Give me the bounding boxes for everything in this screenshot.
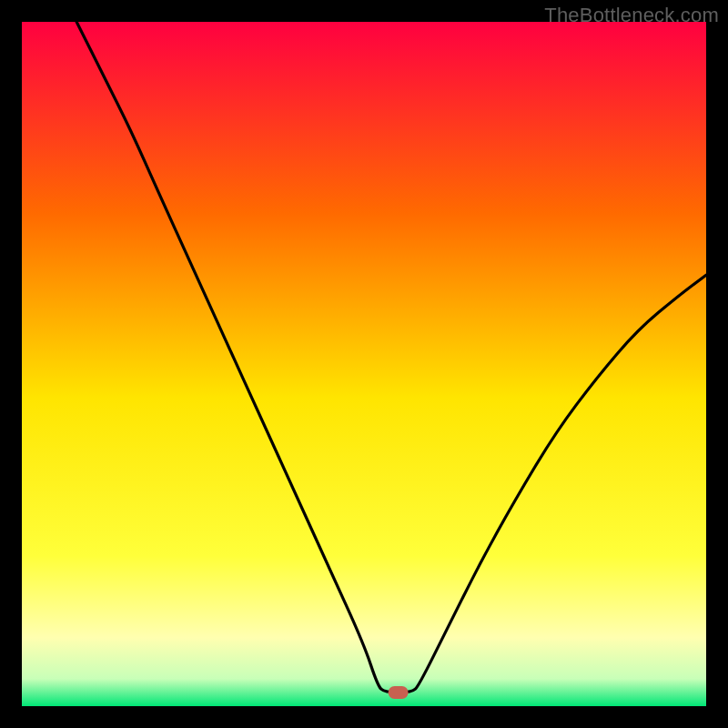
optimal-marker: [389, 686, 409, 699]
gradient-background: [22, 22, 706, 706]
watermark-text: TheBottleneck.com: [544, 4, 719, 27]
chart-plot-area: [22, 22, 706, 706]
chart-svg: [22, 22, 706, 706]
